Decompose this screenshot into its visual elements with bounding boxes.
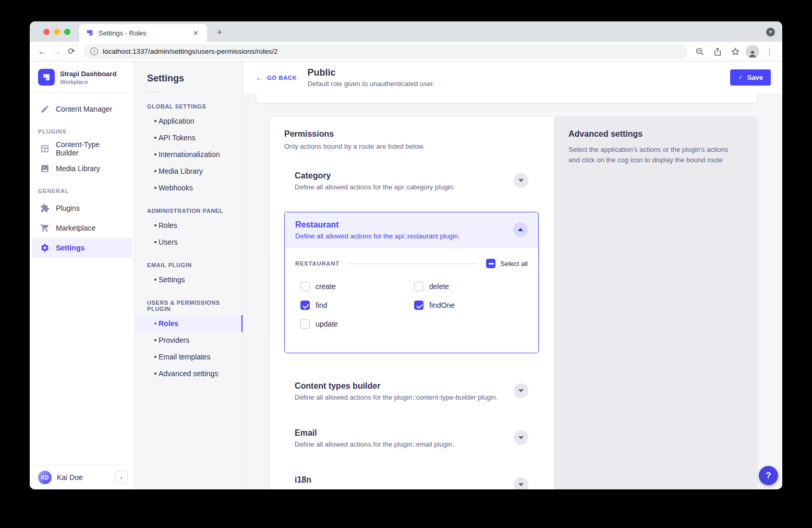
permission-checkbox-grid: create delete find [300,282,528,353]
bullet-icon [154,224,156,226]
accordion-email[interactable]: Email Define all allowed actions for the… [284,422,539,454]
go-back-link[interactable]: ← GO BACK [256,74,297,82]
bullet-icon [154,137,156,139]
sidebar-item-plugins[interactable]: Plugins [32,198,132,218]
browser-tab[interactable]: Settings - Roles ✕ [79,24,207,42]
sidebar-item-content-manager[interactable]: Content Manager [32,99,132,119]
check-icon: ✓ [738,74,743,81]
browser-window: Settings - Roles ✕ + ▼ ← → ⟳ i localhost… [30,21,782,489]
select-all-control[interactable]: Select all [486,259,528,268]
bookmark-star-icon[interactable] [728,44,743,59]
accordion-restaurant-header[interactable]: Restaurant Define all allowed actions fo… [285,212,538,248]
select-all-checkbox[interactable] [486,259,495,268]
subnav-item-providers[interactable]: Providers [135,332,243,349]
user-footer: KD Kai Doe ‹ [30,465,134,489]
accordion-i18n[interactable]: i18n [284,469,539,489]
expand-button[interactable] [514,383,528,398]
site-info-icon[interactable]: i [90,47,98,55]
accordion-category[interactable]: Category Define all allowed actions for … [284,165,539,197]
group-label: RESTAURANT [295,260,340,267]
save-button[interactable]: ✓ Save [730,69,771,86]
checkbox[interactable] [300,319,310,329]
subnav-item-api-tokens[interactable]: API Tokens [135,129,243,146]
expand-button[interactable] [514,477,528,489]
permission-findOne[interactable]: findOne [414,301,528,310]
bullet-icon [154,120,156,122]
subnav-item-email-settings[interactable]: Settings [135,271,243,288]
permissions-card: Permissions Only actions bound by a rout… [270,117,757,489]
help-button[interactable]: ? [759,466,778,485]
subnav-item-admin-roles[interactable]: Roles [135,217,243,234]
collapse-sidebar-button[interactable]: ‹ [115,471,128,484]
forward-button[interactable]: → [50,44,64,59]
browser-profile-avatar[interactable] [746,45,759,58]
close-window-button[interactable] [43,29,50,35]
sidebar-item-marketplace[interactable]: Marketplace [32,218,132,238]
checkbox[interactable] [414,282,423,291]
role-details-card-bottom [257,93,757,103]
url-text: localhost:1337/admin/settings/users-perm… [103,47,277,55]
sidebar-section-general: GENERAL [30,178,134,198]
permission-update[interactable]: update [300,319,414,329]
subnav-item-internationalization[interactable]: Internationalization [135,146,243,163]
sidebar-item-media-library[interactable]: Media Library [32,159,132,178]
permission-find[interactable]: find [300,301,414,310]
browser-toolbar: ← → ⟳ i localhost:1337/admin/settings/us… [30,42,782,62]
tab-close-icon[interactable]: ✕ [191,28,201,38]
settings-subnav: Settings GLOBAL SETTINGS Application API… [135,62,243,489]
accordion-content-types-builder[interactable]: Content types builder Define all allowed… [284,375,539,407]
expand-button[interactable] [514,430,528,445]
accordion-restaurant-expanded: Restaurant Define all allowed actions fo… [284,212,539,353]
sidebar-section-plugins: PLUGINS [30,119,134,139]
window-controls [43,29,70,35]
back-arrow-icon: ← [256,74,263,82]
page-header: ← GO BACK Public Default role given to u… [243,62,782,93]
subnav-section-email-plugin: EMAIL PLUGIN [135,250,243,271]
checkbox[interactable] [300,301,310,310]
chevron-down-icon [518,483,524,486]
bullet-icon [154,279,156,281]
subnav-item-advanced-settings[interactable]: Advanced settings [135,365,243,382]
subnav-item-email-templates[interactable]: Email templates [135,349,243,365]
chevron-down-icon [518,389,524,392]
minimize-window-button[interactable] [54,29,60,35]
sidebar-item-content-type-builder[interactable]: Content-Type Builder [32,139,132,159]
avatar[interactable]: KD [38,471,52,484]
maximize-window-button[interactable] [64,29,70,35]
page-subtitle: Default role given to unauthenticated us… [308,80,435,88]
workspace-brand[interactable]: Strapi Dashboard Workplace [30,62,134,92]
subnav-item-application[interactable]: Application [135,113,243,129]
reload-button[interactable]: ⟳ [64,44,79,59]
zoom-out-icon[interactable] [693,44,707,59]
subnav-item-media-library[interactable]: Media Library [135,163,243,179]
scroll-content[interactable]: Permissions Only actions bound by a rout… [243,93,782,489]
sidebar-item-settings[interactable]: Settings [32,238,132,258]
subnav-item-up-roles[interactable]: Roles [135,315,243,332]
subnav-section-users-permissions-plugin: USERS & PERMISSIONS PLUGIN [135,288,243,315]
strapi-logo-icon [38,69,55,86]
layout-icon [40,144,50,153]
bullet-icon [154,373,156,375]
permission-create[interactable]: create [300,282,414,291]
checkbox[interactable] [414,301,423,310]
bullet-icon [154,153,156,155]
permission-delete[interactable]: delete [414,282,528,291]
advanced-settings-title: Advanced settings [568,129,741,139]
tab-search-button[interactable]: ▼ [766,28,775,37]
new-tab-button[interactable]: + [213,26,226,39]
subnav-item-admin-users[interactable]: Users [135,234,243,250]
share-icon[interactable] [710,44,725,59]
main-content: ← GO BACK Public Default role given to u… [243,62,782,489]
restaurant-permissions-body: RESTAURANT Select all [285,248,538,353]
checkbox[interactable] [300,282,310,291]
cart-icon [40,223,50,233]
chevron-up-icon [518,228,523,231]
back-button[interactable]: ← [35,44,50,59]
chevron-down-icon [518,436,524,439]
address-bar[interactable]: i localhost:1337/admin/settings/users-pe… [84,44,687,59]
browser-menu-icon[interactable]: ⋮ [762,44,777,59]
expand-button[interactable] [514,173,528,188]
permissions-subtitle: Only actions bound by a route are listed… [284,142,539,150]
collapse-button[interactable] [513,222,528,237]
subnav-item-webhooks[interactable]: Webhooks [135,179,243,196]
